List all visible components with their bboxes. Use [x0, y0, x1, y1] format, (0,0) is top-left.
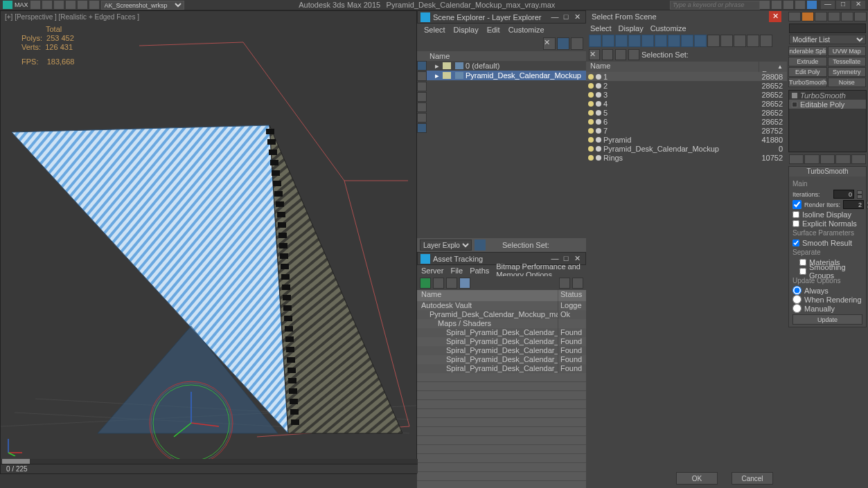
- scexp-filter-icon[interactable]: [557, 37, 569, 50]
- layer-row-selected[interactable]: ▸Pyramid_Desk_Calendar_Mockup: [427, 71, 586, 80]
- layerbar-btn1[interactable]: [475, 240, 486, 251]
- show-end-icon[interactable]: [804, 154, 819, 164]
- modifier-stack[interactable]: TurboSmooth Editable Poly: [788, 90, 867, 152]
- hierarchy-tab[interactable]: [815, 12, 827, 21]
- layer-explorer-select[interactable]: Layer Explorer: [420, 240, 472, 251]
- box-icon[interactable]: [792, 102, 797, 107]
- timeline-scrollbar[interactable]: [1, 459, 418, 464]
- sfs-row[interactable]: 128808: [586, 72, 787, 81]
- minimize-button[interactable]: —: [821, 1, 835, 9]
- timeline[interactable]: 0 / 225: [1, 464, 418, 473]
- scene-explorer-header[interactable]: Scene Explorer - Layer Explorer — □ ✕: [417, 10, 586, 24]
- isoline-check[interactable]: [792, 211, 799, 218]
- undo-icon[interactable]: [66, 1, 76, 9]
- sfs-row[interactable]: Rings10752: [586, 153, 787, 162]
- sfs-row[interactable]: 228652: [586, 81, 787, 90]
- open-icon[interactable]: [42, 1, 52, 9]
- when-rendering-radio[interactable]: [792, 295, 801, 304]
- mod-symmetry-button[interactable]: Symmetry: [828, 67, 867, 77]
- mod-edit-poly-button[interactable]: Edit Poly: [788, 67, 827, 77]
- mod-turbosmooth-button[interactable]: TurboSmooth: [788, 78, 827, 87]
- sfs-row[interactable]: Pyramid41880: [586, 135, 787, 144]
- workspace-select[interactable]: AK_Screenshot_wrksp: [101, 1, 184, 10]
- maximize-button[interactable]: □: [836, 1, 850, 9]
- asset-row[interactable]: Autodesk VaultLogge: [417, 301, 586, 310]
- scexp-close-button[interactable]: ✕: [572, 12, 583, 22]
- scexp-max-button[interactable]: □: [560, 12, 572, 22]
- save-icon[interactable]: [54, 1, 64, 9]
- always-radio[interactable]: [792, 286, 801, 295]
- materials-check[interactable]: [799, 259, 806, 266]
- update-button[interactable]: Update: [792, 314, 862, 325]
- sfs-ok-button[interactable]: OK: [676, 472, 718, 485]
- scexp-min-button[interactable]: —: [549, 12, 560, 22]
- create-tab[interactable]: [788, 12, 801, 21]
- sfs-filter-6[interactable]: [668, 35, 680, 47]
- sfs-row[interactable]: 628652: [586, 117, 787, 126]
- sfs-t2b[interactable]: [602, 49, 613, 60]
- link-icon[interactable]: [89, 1, 99, 9]
- sceneexp-btn1[interactable]: [417, 61, 427, 71]
- star2-icon[interactable]: [795, 1, 805, 9]
- modifier-list-select[interactable]: Modifier List: [789, 35, 866, 44]
- render-iters-check[interactable]: [792, 200, 801, 209]
- sfs-t2d[interactable]: [628, 49, 639, 60]
- sfs-filter-3[interactable]: [628, 35, 641, 47]
- sfs-row[interactable]: 728752: [586, 126, 787, 135]
- motion-tab[interactable]: [828, 12, 840, 21]
- sfs-del-icon[interactable]: ✕: [589, 49, 600, 60]
- sfs-cancel-button[interactable]: Cancel: [732, 472, 773, 485]
- asset-tb3[interactable]: [446, 278, 457, 289]
- modify-tab[interactable]: [801, 12, 814, 21]
- sfs-filter-12[interactable]: [747, 35, 759, 47]
- sfs-t2c[interactable]: [615, 49, 626, 60]
- sfs-filter-13[interactable]: [760, 35, 772, 47]
- smooth-result-check[interactable]: [792, 240, 799, 246]
- sceneexp-btn2[interactable]: [417, 71, 427, 81]
- sfs-filter-10[interactable]: [720, 35, 733, 47]
- asset-row[interactable]: Spiral_Pyramid_Desk_Calendar_normal.pngF…: [417, 355, 586, 364]
- sfs-filter-8[interactable]: [694, 35, 707, 47]
- new-icon[interactable]: [30, 1, 40, 9]
- layerbar-btn2[interactable]: [488, 240, 499, 251]
- sceneexp-btn5[interactable]: [417, 102, 427, 112]
- object-name-input[interactable]: [789, 24, 866, 33]
- sfs-row[interactable]: 528652: [586, 108, 787, 117]
- asset-row[interactable]: Spiral_Pyramid_Desk_Calendar_fresnel.png…: [417, 337, 586, 346]
- sfs-filter-2[interactable]: [615, 35, 628, 47]
- scene-tree-header[interactable]: Name: [417, 51, 586, 61]
- close-button[interactable]: ✕: [851, 1, 865, 9]
- bulb-icon[interactable]: [792, 93, 797, 98]
- asset-table-header[interactable]: Name Status: [417, 290, 586, 301]
- sceneexp-btn3[interactable]: [417, 82, 427, 91]
- asset-refresh-icon[interactable]: [420, 278, 431, 289]
- exchange-icon[interactable]: [772, 1, 781, 9]
- layer-row[interactable]: ▸0 (default): [427, 61, 586, 71]
- smoothgroups-check[interactable]: [799, 268, 806, 275]
- viewport[interactable]: [+] [Perspective ] [Realistic + Edged Fa…: [0, 10, 417, 474]
- help-icon[interactable]: [807, 1, 817, 9]
- sfs-table-header[interactable]: Name ▲ Faces: [586, 62, 787, 72]
- configure-icon[interactable]: [851, 154, 866, 164]
- asset-tb4[interactable]: [459, 278, 470, 289]
- sfs-filter-11[interactable]: [734, 35, 746, 47]
- sfs-row[interactable]: Pyramid_Desk_Calendar_Mockup0: [586, 144, 787, 153]
- asset-row[interactable]: Maps / Shaders: [417, 319, 586, 328]
- asset-row[interactable]: Spiral_Pyramid_Desk_Calendar_diffuse.png…: [417, 328, 586, 337]
- asset-row[interactable]: Spiral_Pyramid_Desk_Calendar_reflection.…: [417, 364, 586, 373]
- sfs-row[interactable]: 328652: [586, 90, 787, 99]
- render-iters-input[interactable]: [843, 200, 864, 209]
- signin-icon[interactable]: [760, 1, 770, 9]
- spinner[interactable]: [857, 190, 862, 199]
- redo-icon[interactable]: [78, 1, 87, 9]
- utilities-tab[interactable]: [854, 12, 867, 21]
- mod-extrude-button[interactable]: Extrude: [788, 57, 827, 66]
- mod-nderable-spli-button[interactable]: nderable Spli: [788, 46, 827, 56]
- sfs-close-button[interactable]: ✕: [769, 11, 781, 22]
- sfs-filter-5[interactable]: [655, 35, 667, 47]
- unique-icon[interactable]: [820, 154, 835, 164]
- explicit-check[interactable]: [792, 220, 799, 227]
- star-icon[interactable]: [783, 1, 793, 9]
- mod-tessellate-button[interactable]: Tessellate: [828, 57, 867, 66]
- sceneexp-btn6[interactable]: [417, 113, 427, 123]
